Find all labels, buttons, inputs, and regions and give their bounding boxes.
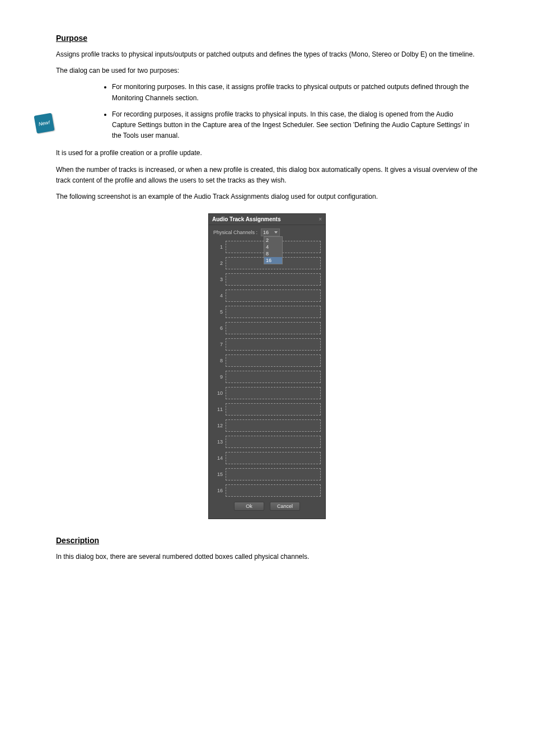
paragraph: The following screenshot is an example o… (56, 192, 478, 202)
channel-row: 6 (213, 320, 321, 336)
channel-number: 8 (213, 358, 226, 363)
channel-dropzone[interactable] (226, 403, 321, 416)
channel-number: 10 (213, 390, 226, 396)
channel-dropzone[interactable] (226, 387, 321, 399)
dropdown-option[interactable]: 4 (264, 244, 282, 250)
physical-channels-row: Physical Channels : 16 (213, 228, 321, 236)
channel-row: 10 (213, 385, 321, 401)
channel-dropzone[interactable] (226, 338, 321, 351)
channel-number: 4 (213, 293, 226, 298)
channel-dropzone[interactable] (226, 452, 321, 464)
dropdown-option[interactable]: 8 (264, 250, 282, 257)
channel-number: 14 (213, 455, 226, 461)
section-heading-purpose: Purpose (56, 34, 478, 43)
channel-row: 15 (213, 466, 321, 482)
channel-row: 9 (213, 368, 321, 385)
channel-dropzone[interactable] (226, 290, 321, 302)
dropdown-option[interactable]: 2 (264, 237, 282, 244)
paragraph: The dialog can be used for two purposes: (56, 66, 478, 76)
channel-number: 2 (213, 260, 226, 266)
channel-dropzone[interactable] (226, 468, 321, 480)
physical-channels-label: Physical Channels : (213, 230, 257, 235)
paragraph: In this dialog box, there are several nu… (56, 552, 478, 562)
channel-row: 5 (213, 304, 321, 320)
new-badge-label: New! (38, 119, 50, 127)
channel-number: 1 (213, 244, 226, 250)
dropdown-option[interactable]: 16 (264, 257, 282, 264)
audio-track-assignments-dialog: Audio Track Assignments × Physical Chann… (208, 213, 326, 519)
channel-dropzone[interactable] (226, 371, 321, 383)
physical-channels-select[interactable]: 16 (261, 228, 280, 236)
channel-number: 7 (213, 342, 226, 347)
cancel-button[interactable]: Cancel (270, 502, 300, 511)
channel-row: 4 (213, 287, 321, 304)
channel-number: 15 (213, 472, 226, 477)
paragraph: Assigns profile tracks to physical input… (56, 49, 478, 60)
channel-row: 7 (213, 336, 321, 352)
channel-dropzone[interactable] (226, 354, 321, 367)
dialog-title: Audio Track Assignments (212, 216, 280, 222)
cancel-button-label: Cancel (277, 503, 293, 509)
list-item: For recording purposes, it assigns profi… (112, 109, 478, 142)
channel-number: 9 (213, 374, 226, 380)
dialog-screenshot: Audio Track Assignments × Physical Chann… (208, 213, 326, 519)
channel-dropzone[interactable] (226, 306, 321, 318)
channel-number: 16 (213, 488, 226, 493)
ok-button[interactable]: Ok (234, 502, 264, 511)
channel-number: 6 (213, 325, 226, 331)
channel-row: 12 (213, 417, 321, 433)
channel-row: 13 (213, 433, 321, 450)
dialog-titlebar: Audio Track Assignments × (209, 214, 325, 225)
bullet-list: For monitoring purposes. In this case, i… (112, 82, 478, 141)
chevron-down-icon (274, 231, 278, 234)
channel-dropzone[interactable] (226, 484, 321, 497)
channel-row: 3 (213, 271, 321, 287)
description-section: Description In this dialog box, there ar… (56, 536, 478, 562)
ok-button-label: Ok (246, 503, 252, 509)
channel-row: 11 (213, 401, 321, 417)
channel-row: 16 (213, 482, 321, 498)
channel-number: 3 (213, 277, 226, 282)
close-icon[interactable]: × (318, 216, 322, 222)
dialog-body: Physical Channels : 16 2 4 8 16 1 2 3 (209, 225, 325, 519)
dialog-button-row: Ok Cancel (213, 498, 321, 515)
page-content: Purpose Assigns profile tracks to physic… (0, 0, 534, 590)
channel-dropzone[interactable] (226, 273, 321, 286)
paragraph: When the number of tracks is increased, … (56, 165, 478, 186)
channel-dropzone[interactable] (226, 419, 321, 432)
channel-number: 5 (213, 309, 226, 315)
channel-number: 12 (213, 423, 226, 428)
paragraph: It is used for a profile creation or a p… (56, 148, 478, 158)
channel-number: 13 (213, 439, 226, 445)
section-heading-description: Description (56, 536, 478, 545)
physical-channels-dropdown[interactable]: 2 4 8 16 (264, 236, 283, 264)
channel-dropzone[interactable] (226, 436, 321, 448)
channel-row: 14 (213, 450, 321, 466)
channel-row: 8 (213, 352, 321, 368)
list-item: For monitoring purposes. In this case, i… (112, 82, 478, 103)
new-badge: New! (34, 113, 54, 133)
physical-channels-value: 16 (263, 230, 269, 235)
channel-slots: 1 2 3 4 5 6 7 8 9 10 11 12 13 14 15 16 (213, 239, 321, 498)
channel-number: 11 (213, 407, 226, 412)
channel-dropzone[interactable] (226, 322, 321, 334)
